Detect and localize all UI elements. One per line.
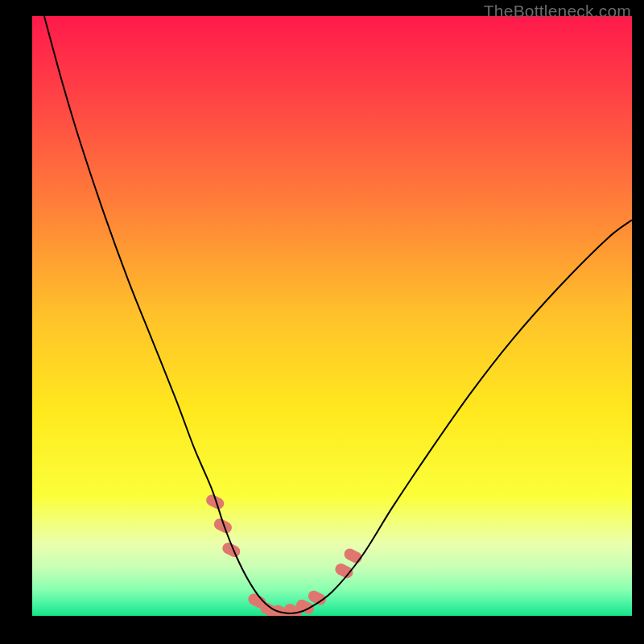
- svg-line-8: [302, 605, 308, 609]
- svg-line-4: [254, 599, 260, 602]
- svg-line-10: [341, 569, 347, 572]
- svg-line-9: [314, 597, 320, 600]
- chart-frame: TheBottleneck.com: [0, 0, 644, 644]
- svg-line-11: [350, 555, 357, 558]
- highlight-markers: [212, 500, 356, 613]
- watermark-text: TheBottleneck.com: [484, 2, 631, 21]
- plot-area: [32, 16, 632, 616]
- curve-layer: [32, 16, 632, 616]
- bottleneck-curve: [44, 16, 632, 613]
